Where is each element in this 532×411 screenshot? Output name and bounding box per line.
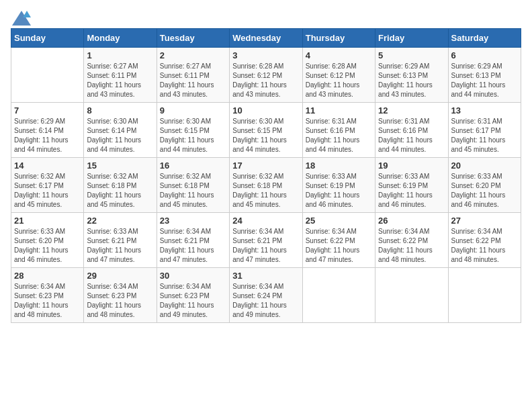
day-number: 12 (378, 105, 445, 116)
calendar-cell: 26Sunrise: 6:34 AMSunset: 6:22 PMDayligh… (375, 213, 448, 268)
calendar-cell: 28Sunrise: 6:34 AMSunset: 6:23 PMDayligh… (11, 268, 84, 323)
day-number: 14 (14, 161, 81, 171)
day-number: 2 (160, 50, 226, 60)
day-detail: Sunrise: 6:34 AMSunset: 6:24 PMDaylight:… (232, 282, 299, 320)
calendar-cell: 15Sunrise: 6:32 AMSunset: 6:18 PMDayligh… (84, 158, 157, 213)
calendar-cell: 9Sunrise: 6:30 AMSunset: 6:15 PMDaylight… (157, 103, 229, 158)
calendar-cell: 30Sunrise: 6:34 AMSunset: 6:23 PMDayligh… (157, 268, 229, 323)
header-thursday: Thursday (302, 29, 375, 48)
day-number: 25 (306, 216, 372, 226)
day-detail: Sunrise: 6:33 AMSunset: 6:21 PMDaylight:… (87, 227, 153, 265)
day-detail: Sunrise: 6:32 AMSunset: 6:18 PMDaylight:… (232, 172, 299, 210)
day-detail: Sunrise: 6:29 AMSunset: 6:13 PMDaylight:… (451, 62, 518, 99)
day-detail: Sunrise: 6:34 AMSunset: 6:22 PMDaylight:… (378, 227, 445, 265)
calendar-cell: 17Sunrise: 6:32 AMSunset: 6:18 PMDayligh… (230, 158, 302, 213)
week-row-3: 21Sunrise: 6:33 AMSunset: 6:20 PMDayligh… (11, 213, 521, 268)
day-number: 26 (378, 216, 445, 226)
day-number: 27 (451, 216, 518, 226)
day-detail: Sunrise: 6:33 AMSunset: 6:20 PMDaylight:… (451, 172, 518, 210)
calendar-cell: 23Sunrise: 6:34 AMSunset: 6:21 PMDayligh… (157, 213, 229, 268)
day-detail: Sunrise: 6:34 AMSunset: 6:23 PMDaylight:… (160, 282, 226, 320)
calendar-cell: 3Sunrise: 6:28 AMSunset: 6:12 PMDaylight… (230, 48, 302, 103)
svg-marker-1 (23, 11, 31, 17)
calendar-cell: 5Sunrise: 6:29 AMSunset: 6:13 PMDaylight… (375, 48, 448, 103)
day-number: 21 (14, 216, 81, 226)
day-number: 22 (87, 216, 153, 226)
day-detail: Sunrise: 6:27 AMSunset: 6:11 PMDaylight:… (160, 62, 226, 99)
calendar-cell: 24Sunrise: 6:34 AMSunset: 6:21 PMDayligh… (230, 213, 302, 268)
day-number: 30 (160, 271, 226, 281)
day-number: 15 (87, 161, 153, 171)
day-number: 20 (451, 161, 518, 171)
day-detail: Sunrise: 6:31 AMSunset: 6:17 PMDaylight:… (451, 117, 518, 154)
calendar-cell: 2Sunrise: 6:27 AMSunset: 6:11 PMDaylight… (157, 48, 229, 103)
calendar-cell: 31Sunrise: 6:34 AMSunset: 6:24 PMDayligh… (230, 268, 302, 323)
day-number: 11 (306, 105, 372, 116)
day-detail: Sunrise: 6:34 AMSunset: 6:21 PMDaylight:… (232, 227, 299, 265)
day-detail: Sunrise: 6:27 AMSunset: 6:11 PMDaylight:… (87, 62, 153, 99)
day-number: 28 (14, 271, 81, 281)
day-detail: Sunrise: 6:34 AMSunset: 6:22 PMDaylight:… (451, 227, 518, 265)
day-detail: Sunrise: 6:30 AMSunset: 6:14 PMDaylight:… (87, 117, 153, 154)
week-row-0: 1Sunrise: 6:27 AMSunset: 6:11 PMDaylight… (11, 48, 521, 103)
calendar-cell: 8Sunrise: 6:30 AMSunset: 6:14 PMDaylight… (84, 103, 157, 158)
calendar-cell: 10Sunrise: 6:30 AMSunset: 6:15 PMDayligh… (230, 103, 302, 158)
day-detail: Sunrise: 6:31 AMSunset: 6:16 PMDaylight:… (378, 117, 445, 154)
day-detail: Sunrise: 6:29 AMSunset: 6:13 PMDaylight:… (378, 62, 445, 99)
header-monday: Monday (84, 29, 157, 48)
day-number: 10 (232, 105, 299, 116)
header (11, 11, 521, 23)
day-detail: Sunrise: 6:32 AMSunset: 6:18 PMDaylight:… (87, 172, 153, 210)
calendar-cell: 25Sunrise: 6:34 AMSunset: 6:22 PMDayligh… (302, 213, 375, 268)
calendar-cell: 6Sunrise: 6:29 AMSunset: 6:13 PMDaylight… (448, 48, 521, 103)
calendar-cell (302, 268, 375, 323)
calendar-cell (11, 48, 84, 103)
day-detail: Sunrise: 6:29 AMSunset: 6:14 PMDaylight:… (14, 117, 81, 154)
day-number: 13 (451, 105, 518, 116)
calendar-header-row: SundayMondayTuesdayWednesdayThursdayFrid… (11, 29, 521, 48)
calendar-cell: 11Sunrise: 6:31 AMSunset: 6:16 PMDayligh… (302, 103, 375, 158)
day-detail: Sunrise: 6:34 AMSunset: 6:23 PMDaylight:… (14, 282, 81, 320)
day-detail: Sunrise: 6:33 AMSunset: 6:19 PMDaylight:… (378, 172, 445, 210)
day-detail: Sunrise: 6:33 AMSunset: 6:20 PMDaylight:… (14, 227, 81, 265)
calendar-cell (448, 268, 521, 323)
day-detail: Sunrise: 6:31 AMSunset: 6:16 PMDaylight:… (306, 117, 372, 154)
week-row-1: 7Sunrise: 6:29 AMSunset: 6:14 PMDaylight… (11, 103, 521, 158)
day-detail: Sunrise: 6:30 AMSunset: 6:15 PMDaylight:… (232, 117, 299, 154)
day-number: 1 (87, 50, 153, 60)
day-number: 17 (232, 161, 299, 171)
day-detail: Sunrise: 6:32 AMSunset: 6:18 PMDaylight:… (160, 172, 226, 210)
day-detail: Sunrise: 6:33 AMSunset: 6:19 PMDaylight:… (306, 172, 372, 210)
calendar-cell: 18Sunrise: 6:33 AMSunset: 6:19 PMDayligh… (302, 158, 375, 213)
day-number: 7 (14, 105, 81, 116)
day-number: 18 (306, 161, 372, 171)
day-number: 5 (378, 50, 445, 60)
day-number: 24 (232, 216, 299, 226)
day-number: 9 (160, 105, 226, 116)
day-detail: Sunrise: 6:34 AMSunset: 6:23 PMDaylight:… (87, 282, 153, 320)
day-detail: Sunrise: 6:28 AMSunset: 6:12 PMDaylight:… (232, 62, 299, 99)
header-wednesday: Wednesday (230, 29, 302, 48)
day-number: 4 (306, 50, 372, 60)
day-number: 3 (232, 50, 299, 60)
header-saturday: Saturday (448, 29, 521, 48)
day-number: 23 (160, 216, 226, 226)
day-detail: Sunrise: 6:34 AMSunset: 6:21 PMDaylight:… (160, 227, 226, 265)
calendar-cell: 27Sunrise: 6:34 AMSunset: 6:22 PMDayligh… (448, 213, 521, 268)
calendar-cell (375, 268, 448, 323)
day-number: 31 (232, 271, 299, 281)
day-number: 8 (87, 105, 153, 116)
day-number: 19 (378, 161, 445, 171)
week-row-4: 28Sunrise: 6:34 AMSunset: 6:23 PMDayligh… (11, 268, 521, 323)
logo-icon (12, 11, 31, 26)
day-number: 16 (160, 161, 226, 171)
day-number: 29 (87, 271, 153, 281)
calendar-cell: 19Sunrise: 6:33 AMSunset: 6:19 PMDayligh… (375, 158, 448, 213)
calendar-cell: 14Sunrise: 6:32 AMSunset: 6:17 PMDayligh… (11, 158, 84, 213)
day-detail: Sunrise: 6:32 AMSunset: 6:17 PMDaylight:… (14, 172, 81, 210)
day-detail: Sunrise: 6:28 AMSunset: 6:12 PMDaylight:… (306, 62, 372, 99)
calendar-cell: 21Sunrise: 6:33 AMSunset: 6:20 PMDayligh… (11, 213, 84, 268)
header-tuesday: Tuesday (157, 29, 229, 48)
calendar-cell: 12Sunrise: 6:31 AMSunset: 6:16 PMDayligh… (375, 103, 448, 158)
header-sunday: Sunday (11, 29, 84, 48)
